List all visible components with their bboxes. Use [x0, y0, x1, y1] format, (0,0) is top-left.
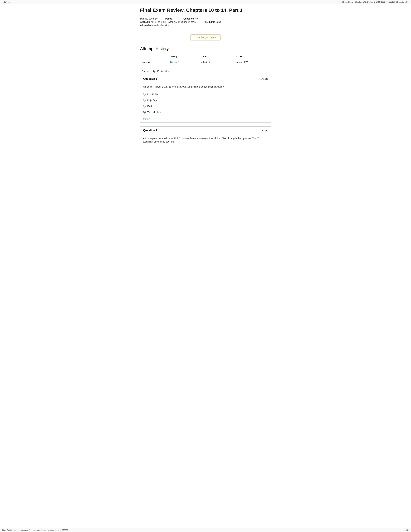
question-pts-2: 1 / 1 pts: [261, 129, 268, 132]
answer-item: Deja Dup: [143, 97, 268, 103]
radio-button[interactable]: [143, 99, 146, 102]
browser-tab-title: Final Exam Review, Chapters 10 to 14, Pa…: [339, 1, 408, 3]
meta-due-value: No due date: [145, 17, 158, 20]
col-score: Score: [234, 54, 271, 59]
meta-due-label: Due: [140, 17, 144, 20]
question-title-2: Question 2: [143, 129, 157, 132]
radio-button[interactable]: [143, 105, 146, 107]
meta-questions-label: Questions: [183, 17, 194, 20]
attempt-table: Attempt Time Score LATESTAttempt 145 min…: [140, 54, 271, 65]
meta-row-2: Available Apr 14 at 12am - Apr 27 at 11:…: [140, 21, 271, 23]
meta-allowed-label: Allowed Attempts: [140, 24, 159, 27]
answer-label: Deja Dup: [147, 99, 157, 102]
meta-row-3: Allowed Attempts Unlimited: [140, 24, 271, 27]
meta-time-limit: Time Limit None: [203, 21, 221, 23]
latest-badge: LATEST: [140, 59, 168, 65]
col-badge: [140, 54, 168, 59]
meta-row-1: Due No due date Points 77 Questions 57: [140, 17, 271, 20]
radio-button[interactable]: [143, 93, 146, 95]
browser-date: 4/15/2021: [3, 1, 10, 3]
answer-item: Disk Utility: [143, 91, 268, 97]
meta-available-days: 14 days: [188, 21, 196, 23]
answer-item: Finder: [143, 103, 268, 109]
take-quiz-button[interactable]: Take the Quiz Again: [190, 34, 220, 40]
meta-available: Available Apr 14 at 12am - Apr 27 at 11:…: [140, 21, 196, 23]
answer-item: Time Machine: [143, 109, 268, 115]
table-bottom-divider: [140, 66, 271, 67]
meta-points-label: Points: [165, 17, 172, 20]
answer-label: Finder: [147, 105, 154, 107]
meta-points-value: 77: [173, 17, 176, 20]
answer-list-1: Disk UtilityDeja DupFinderTime Machine: [143, 91, 268, 115]
question-card-2: Question 21 / 1 ptsA user reports that a…: [140, 126, 271, 145]
question-text-1: Which built-in tool is available on a Ma…: [143, 85, 268, 88]
meta-time-limit-label: Time Limit: [203, 21, 215, 23]
question-body-1: Which built-in tool is available on a Ma…: [140, 82, 271, 117]
col-time: Time: [199, 54, 234, 59]
attempt-time: 45 minutes: [199, 59, 234, 65]
question-text-2: A user reports that a Windows 10 PC disp…: [143, 137, 268, 143]
question-pts-1: 1 / 1 pts: [261, 78, 268, 80]
attempt-score: 44 out of 77: [234, 59, 271, 65]
meta-questions: Questions 57: [183, 17, 198, 20]
question-body-2: A user reports that a Windows 10 PC disp…: [140, 134, 271, 145]
page-title: Final Exam Review, Chapters 10 to 14, Pa…: [140, 7, 271, 13]
table-header-row: Attempt Time Score: [140, 54, 271, 59]
meta-allowed: Allowed Attempts Unlimited: [140, 24, 169, 27]
answer-label: Time Machine: [147, 111, 161, 114]
meta-time-limit-value: None: [215, 21, 221, 23]
correct-label-1: Correct!: [140, 117, 271, 122]
meta-allowed-value: Unlimited: [160, 24, 169, 27]
questions-container: Question 11 / 1 ptsWhich built-in tool i…: [140, 75, 271, 145]
meta-due: Due No due date: [140, 17, 158, 20]
meta-available-value: Apr 14 at 12am - Apr 27 at 11:59pm: [151, 21, 187, 23]
meta-points: Points 77: [165, 17, 176, 20]
page-content: Final Exam Review, Chapters 10 to 14, Pa…: [136, 4, 275, 156]
submitted-text: Submitted Apr 15 at 4:36pm: [142, 70, 271, 73]
question-header-2: Question 21 / 1 pts: [140, 127, 271, 134]
meta-questions-value: 57: [196, 17, 198, 20]
table-row: LATESTAttempt 145 minutes44 out of 77: [140, 59, 271, 65]
take-quiz-section: Take the Quiz Again: [140, 34, 271, 40]
meta-available-label: Available: [140, 21, 150, 23]
answer-label: Disk Utility: [147, 93, 158, 95]
col-attempt: Attempt: [168, 54, 199, 59]
browser-bar: 4/15/2021 Final Exam Review, Chapters 10…: [0, 0, 411, 4]
question-title-1: Question 1: [143, 77, 157, 80]
attempt-history-title: Attempt History: [140, 46, 271, 51]
attempt-rows: LATESTAttempt 145 minutes44 out of 77: [140, 59, 271, 65]
question-header-1: Question 11 / 1 pts: [140, 75, 271, 82]
attempt-link-cell[interactable]: Attempt 1: [168, 59, 199, 65]
question-card-1: Question 11 / 1 ptsWhich built-in tool i…: [140, 75, 271, 123]
radio-button[interactable]: [143, 111, 146, 114]
